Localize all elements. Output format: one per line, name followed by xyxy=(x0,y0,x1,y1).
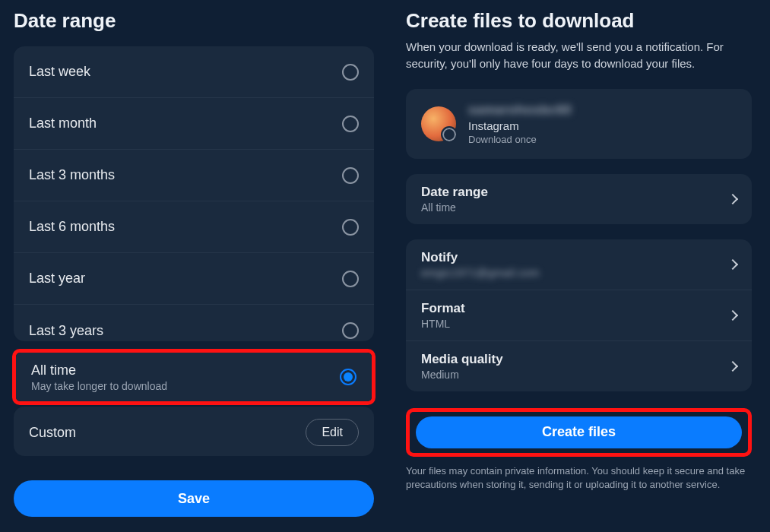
save-button-wrap: Save xyxy=(14,480,374,517)
radio-icon xyxy=(342,219,359,236)
radio-icon xyxy=(342,271,359,287)
chevron-right-icon xyxy=(727,360,738,371)
create-files-panel: Create files to download When your downl… xyxy=(388,0,770,532)
avatar xyxy=(421,106,456,141)
option-custom[interactable]: Custom Edit xyxy=(14,407,374,456)
notify-label: Notify xyxy=(421,250,540,265)
option-last-month[interactable]: Last month xyxy=(14,98,374,150)
profile-row[interactable]: samarohosbc60 Instagram Download once xyxy=(406,89,752,159)
option-label: Last month xyxy=(29,116,97,131)
date-range-title: Date range xyxy=(14,9,374,33)
profile-card: samarohosbc60 Instagram Download once xyxy=(406,89,752,159)
option-label: Last 6 months xyxy=(29,219,115,235)
format-row[interactable]: Format HTML xyxy=(406,290,752,341)
radio-icon xyxy=(342,322,359,339)
option-all-time[interactable]: All time May take longer to download xyxy=(16,353,372,401)
option-label: All time xyxy=(31,363,167,378)
create-files-subtitle: When your download is ready, we'll send … xyxy=(406,39,752,72)
privacy-disclaimer: Your files may contain private informati… xyxy=(406,464,752,493)
download-settings-group: Notify emgic1971@gmail.com Format HTML M… xyxy=(406,239,752,391)
notify-value: emgic1971@gmail.com xyxy=(421,267,540,279)
date-range-value: All time xyxy=(421,201,488,214)
radio-icon xyxy=(342,64,359,81)
profile-username: samarohosbc60 xyxy=(468,103,572,118)
option-sublabel: May take longer to download xyxy=(31,380,167,392)
date-range-label: Date range xyxy=(421,185,488,200)
save-button[interactable]: Save xyxy=(14,480,374,517)
chevron-right-icon xyxy=(727,193,738,204)
format-value: HTML xyxy=(421,318,465,330)
date-range-row[interactable]: Date range All time xyxy=(406,174,752,224)
date-range-summary: Date range All time xyxy=(406,174,752,224)
radio-icon xyxy=(342,116,359,132)
date-range-panel: Date range Last week Last month Last 3 m… xyxy=(0,0,388,532)
media-quality-value: Medium xyxy=(421,369,503,381)
radio-icon xyxy=(342,167,359,184)
profile-download-mode: Download once xyxy=(468,134,572,145)
option-last-3-months[interactable]: Last 3 months xyxy=(14,150,374,201)
format-label: Format xyxy=(421,301,465,316)
option-last-3-years[interactable]: Last 3 years xyxy=(14,305,374,341)
option-label: Last 3 years xyxy=(29,323,103,339)
create-files-title: Create files to download xyxy=(406,9,752,33)
media-quality-row[interactable]: Media quality Medium xyxy=(406,341,752,391)
option-all-time-highlight: All time May take longer to download xyxy=(12,349,375,405)
option-last-6-months[interactable]: Last 6 months xyxy=(14,201,374,253)
edit-button[interactable]: Edit xyxy=(306,419,359,446)
radio-icon-selected xyxy=(340,369,356,385)
profile-text: samarohosbc60 Instagram Download once xyxy=(468,103,572,145)
option-last-week[interactable]: Last week xyxy=(14,46,374,98)
create-files-button[interactable]: Create files xyxy=(416,416,742,448)
option-last-year[interactable]: Last year xyxy=(14,253,374,305)
option-label: Last 3 months xyxy=(29,167,115,183)
profile-platform: Instagram xyxy=(468,119,572,132)
option-label: Last week xyxy=(29,64,90,80)
option-label: Custom xyxy=(29,425,76,441)
date-range-options-list: Last week Last month Last 3 months Last … xyxy=(14,46,374,341)
media-quality-label: Media quality xyxy=(421,352,503,367)
create-files-highlight: Create files xyxy=(406,408,752,457)
chevron-right-icon xyxy=(727,309,738,320)
custom-range-card: Custom Edit xyxy=(14,407,374,456)
notify-row[interactable]: Notify emgic1971@gmail.com xyxy=(406,239,752,290)
option-label: Last year xyxy=(29,271,85,287)
chevron-right-icon xyxy=(727,258,738,269)
